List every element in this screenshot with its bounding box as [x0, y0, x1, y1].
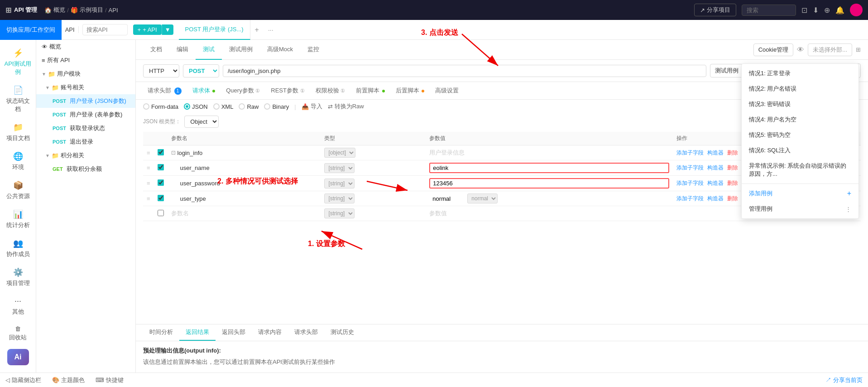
ai-badge[interactable]: Ai	[7, 349, 29, 365]
add-api-dropdown-button[interactable]: ▼	[162, 24, 173, 35]
tab-pre-script[interactable]: 前置脚本	[351, 85, 389, 97]
tree-item-post-login-form[interactable]: POST 用户登录 (表单参数)	[36, 108, 135, 121]
import-button[interactable]: 📥 导入	[302, 102, 322, 111]
value-dropdown[interactable]: normal	[467, 194, 498, 203]
tab-edit[interactable]: 编辑	[169, 40, 196, 60]
type-select-row[interactable]: [string]	[324, 208, 355, 218]
share-current-page-btn[interactable]: ↗ 分享当前页	[825, 376, 863, 384]
cookie-manage-button[interactable]: Cookie管理	[753, 44, 793, 56]
tab-return-result[interactable]: 返回结果	[179, 324, 216, 341]
dropdown-add-case[interactable]: 添加用例 +	[742, 186, 858, 201]
type-select-row[interactable]: [string]	[324, 179, 355, 189]
type-select-row[interactable]: [string]	[324, 194, 355, 203]
body-type-json[interactable]: JSON	[184, 103, 208, 110]
hide-sidebar-btn[interactable]: ◁ 隐藏侧边栏	[5, 376, 41, 384]
dropdown-item-case5[interactable]: 情况5: 密码为空	[742, 127, 858, 143]
tree-item-user-module[interactable]: ▼ 📁 用户模块	[36, 67, 135, 81]
builder-button[interactable]: 构造器	[707, 195, 724, 203]
protocol-select[interactable]: HTTP	[143, 64, 179, 77]
tab-rest-params[interactable]: REST参数 ①	[266, 85, 309, 97]
builder-button[interactable]: 构造器	[707, 164, 724, 172]
tab-time-analysis[interactable]: 时间分析	[143, 324, 179, 341]
tab-test[interactable]: 测试	[196, 40, 222, 60]
sidebar-item-project-manage[interactable]: ⚙️ 项目管理	[0, 263, 36, 292]
dropdown-item-case1[interactable]: 情况1: 正常登录	[742, 66, 858, 81]
tab-return-headers[interactable]: 返回头部	[216, 324, 252, 341]
tree-item-post-logout[interactable]: POST 退出登录	[36, 135, 135, 149]
row-checkbox[interactable]	[158, 149, 164, 155]
param-value-input[interactable]	[429, 194, 465, 203]
add-child-field-button[interactable]: 添加子字段	[676, 179, 704, 187]
add-api-button[interactable]: + + API	[133, 24, 162, 35]
tree-item-get-points[interactable]: GET 获取积分余额	[36, 162, 135, 176]
tab-add-button[interactable]: +	[250, 26, 264, 34]
env-select-button[interactable]: 未选择外部...	[808, 44, 852, 56]
bell-icon[interactable]: 🔔	[835, 6, 844, 15]
tree-item-overview[interactable]: 👁 概览	[36, 40, 135, 53]
tab-post-login[interactable]: POST 用户登录 (JS...)	[179, 20, 250, 40]
add-child-field-button[interactable]: 添加子字段	[676, 149, 704, 157]
type-select-row[interactable]: [object]	[324, 148, 355, 158]
param-value-input[interactable]	[429, 163, 669, 173]
tab-advanced-mock[interactable]: 高级Mock	[260, 40, 300, 60]
tab-request-content[interactable]: 请求内容	[252, 324, 288, 341]
add-child-field-button[interactable]: 添加子字段	[676, 195, 704, 203]
tab-test-history[interactable]: 测试历史	[324, 324, 360, 341]
tree-item-points-folder[interactable]: ▼ 📁 积分相关	[36, 149, 135, 162]
global-search-input[interactable]	[742, 5, 796, 16]
sidebar-item-status-codes[interactable]: 📄 状态码文档	[0, 81, 36, 118]
workspace-switch-button[interactable]: 切换应用/工作空间	[0, 20, 62, 40]
sidebar-item-public-resources[interactable]: 📦 公共资源	[0, 176, 36, 205]
sidebar-item-env[interactable]: 🌐 环境	[0, 147, 36, 176]
row-checkbox[interactable]	[158, 210, 164, 216]
sidebar-item-project-docs[interactable]: 📁 项目文档	[0, 118, 36, 147]
sidebar-item-more[interactable]: ··· 其他	[0, 292, 36, 320]
dropdown-item-case2[interactable]: 情况2: 用户名错误	[742, 81, 858, 97]
convert-button[interactable]: ⇄ 转换为Raw	[328, 102, 364, 111]
download-icon[interactable]: ⬇	[813, 6, 819, 15]
row-checkbox[interactable]	[158, 195, 164, 201]
breadcrumb-project[interactable]: 示例项目	[80, 6, 103, 14]
dropdown-item-case4[interactable]: 情况4: 用户名为空	[742, 112, 858, 127]
delete-button[interactable]: 删除	[727, 164, 738, 172]
body-type-raw[interactable]: Raw	[239, 103, 259, 110]
delete-button[interactable]: 删除	[727, 179, 738, 187]
row-checkbox[interactable]	[158, 179, 164, 186]
delete-button[interactable]: 删除	[727, 149, 738, 157]
tab-advanced-settings[interactable]: 高级设置	[431, 85, 463, 97]
theme-btn[interactable]: 🎨 主题颜色	[52, 376, 85, 384]
url-input[interactable]	[223, 65, 706, 77]
eye-icon-header[interactable]: 👁	[797, 46, 804, 54]
param-value-input[interactable]	[429, 178, 669, 189]
builder-button[interactable]: 构造器	[707, 179, 724, 187]
tab-request-headers[interactable]: 请求头部 1	[143, 85, 186, 97]
tree-item-post-login-json[interactable]: POST 用户登录 (JSON参数)	[36, 94, 135, 108]
user-avatar[interactable]	[850, 4, 863, 16]
dropdown-item-case6[interactable]: 情况6: SQL注入	[742, 143, 858, 158]
dropdown-item-case3[interactable]: 情况3: 密码错误	[742, 97, 858, 112]
tab-docs[interactable]: 文档	[143, 40, 169, 60]
delete-button[interactable]: 删除	[727, 195, 738, 203]
row-checkbox[interactable]	[158, 164, 164, 170]
tree-item-post-login-status[interactable]: POST 获取登录状态	[36, 121, 135, 135]
question-icon[interactable]: ⊕	[824, 6, 830, 15]
tab-request-body[interactable]: 请求体	[188, 85, 220, 97]
drag-handle[interactable]: ≡	[147, 164, 150, 171]
add-child-field-button[interactable]: 添加子字段	[676, 164, 704, 172]
shortcut-btn[interactable]: ⌨ 快捷键	[96, 376, 124, 384]
dropdown-item-exception[interactable]: 异常情况示例: 系统会自动提示错误的原因，方...	[742, 158, 858, 182]
drag-handle[interactable]: ≡	[147, 195, 150, 202]
tab-post-script[interactable]: 后置脚本	[391, 85, 429, 97]
tab-test-cases[interactable]: 测试用例	[222, 40, 260, 60]
tab-monitor[interactable]: 监控	[300, 40, 326, 60]
method-select[interactable]: POST	[183, 64, 219, 77]
breadcrumb-root[interactable]: 概览	[53, 6, 65, 14]
monitor-icon[interactable]: ⊡	[801, 6, 807, 15]
body-type-binary[interactable]: Binary	[264, 103, 289, 110]
share-project-button[interactable]: ↗ 分享项目	[694, 4, 736, 16]
tree-item-all-api[interactable]: ≡ 所有 API	[36, 53, 135, 67]
body-type-formdata[interactable]: Form-data	[143, 103, 178, 110]
sidebar-item-api-test[interactable]: ⚡ API测试用例	[0, 44, 36, 81]
type-select-row[interactable]: [string]	[324, 163, 355, 173]
drag-handle[interactable]: ≡	[147, 150, 150, 156]
